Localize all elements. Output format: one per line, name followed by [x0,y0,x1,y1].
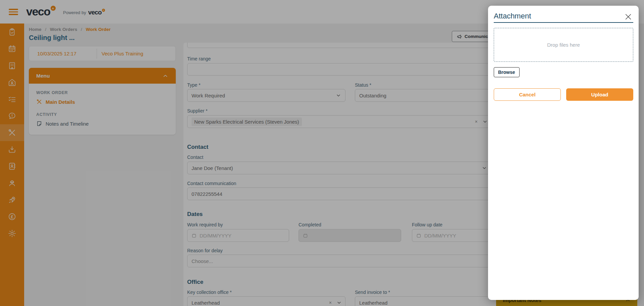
upload-button[interactable]: Upload [566,88,633,101]
modal-close-button[interactable] [625,13,632,20]
file-dropzone[interactable]: Drop files here [494,28,633,62]
attachment-modal: Attachment Drop files here Browse Cancel… [488,6,639,300]
app-root: veco + Powered by veco + [0,0,644,306]
attachment-modal-title: Attachment [494,12,633,20]
close-icon [625,13,632,20]
cancel-button[interactable]: Cancel [494,88,561,101]
browse-button[interactable]: Browse [494,67,520,77]
dropzone-text: Drop files here [547,42,580,48]
modal-title-divider [494,22,633,23]
modal-actions: Cancel Upload [494,88,633,101]
